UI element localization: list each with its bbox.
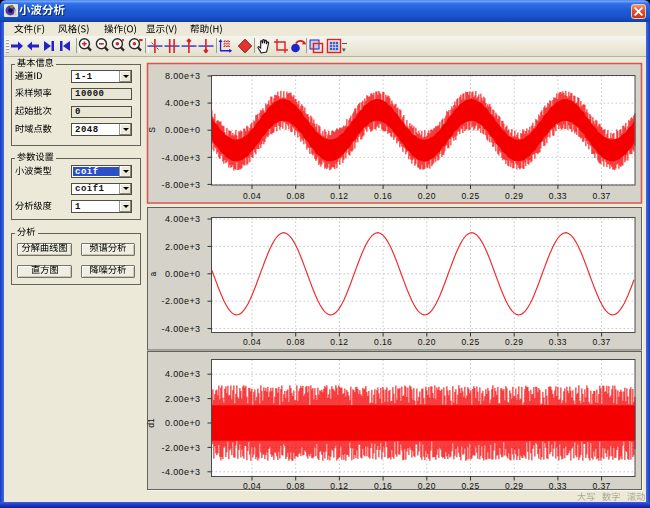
svg-text:0.25: 0.25 [461, 191, 479, 201]
svg-text:0.04: 0.04 [243, 337, 261, 347]
svg-text:0.16: 0.16 [374, 481, 392, 491]
svg-text:0.37: 0.37 [593, 481, 611, 491]
svg-text:0.33: 0.33 [549, 337, 567, 347]
svg-text:2.00e+3: 2.00e+3 [165, 394, 201, 404]
svg-text:0.04: 0.04 [243, 191, 261, 201]
svg-text:0.16: 0.16 [374, 191, 392, 201]
svg-text:0.08: 0.08 [287, 481, 305, 491]
svg-text:0.20: 0.20 [418, 191, 436, 201]
svg-text:0.29: 0.29 [505, 337, 523, 347]
svg-text:0.37: 0.37 [593, 337, 611, 347]
svg-text:0.29: 0.29 [505, 191, 523, 201]
svg-text:0.25: 0.25 [461, 481, 479, 491]
svg-text:-8.00e+3: -8.00e+3 [162, 180, 201, 190]
svg-text:-2.00e+3: -2.00e+3 [162, 443, 201, 453]
svg-text:0.29: 0.29 [505, 481, 523, 491]
svg-text:0.04: 0.04 [243, 481, 261, 491]
svg-text:0.00e+0: 0.00e+0 [165, 125, 201, 135]
svg-text:0.00e+0: 0.00e+0 [165, 418, 201, 428]
svg-text:a: a [148, 271, 158, 276]
svg-text:-2.00e+3: -2.00e+3 [162, 296, 201, 306]
svg-text:-4.00e+3: -4.00e+3 [162, 467, 201, 477]
svg-text:8.00e+3: 8.00e+3 [165, 71, 201, 81]
svg-text:0.12: 0.12 [330, 191, 348, 201]
svg-text:0.00e+0: 0.00e+0 [165, 269, 201, 279]
svg-text:0.20: 0.20 [418, 481, 436, 491]
svg-text:0.16: 0.16 [374, 337, 392, 347]
svg-text:0.12: 0.12 [330, 337, 348, 347]
svg-text:-4.00e+3: -4.00e+3 [162, 153, 201, 163]
svg-text:0.33: 0.33 [549, 191, 567, 201]
svg-text:0.25: 0.25 [461, 337, 479, 347]
svg-text:4.00e+3: 4.00e+3 [165, 98, 201, 108]
svg-text:0.20: 0.20 [418, 337, 436, 347]
svg-text:0.33: 0.33 [549, 481, 567, 491]
svg-text:0.08: 0.08 [287, 337, 305, 347]
svg-text:0.12: 0.12 [330, 481, 348, 491]
svg-text:-4.00e+3: -4.00e+3 [162, 324, 201, 334]
svg-text:0.08: 0.08 [287, 191, 305, 201]
svg-text:S: S [147, 127, 157, 133]
svg-text:2.00e+3: 2.00e+3 [165, 242, 201, 252]
svg-text:4.00e+3: 4.00e+3 [165, 369, 201, 379]
svg-text:4.00e+3: 4.00e+3 [165, 214, 201, 224]
svg-text:d1: d1 [146, 418, 156, 428]
svg-text:0.37: 0.37 [593, 191, 611, 201]
